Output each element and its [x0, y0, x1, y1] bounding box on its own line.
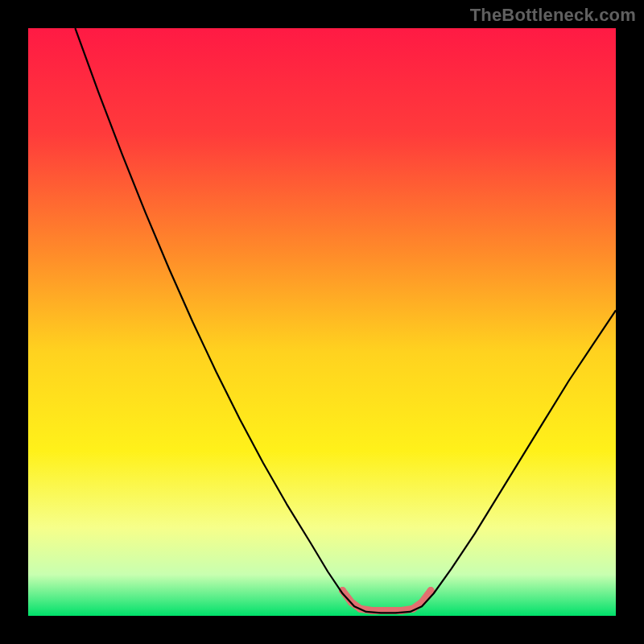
gradient-background — [28, 28, 616, 616]
chart-plot — [28, 28, 616, 616]
chart-frame — [28, 28, 616, 616]
attribution-text: TheBottleneck.com — [470, 5, 636, 26]
